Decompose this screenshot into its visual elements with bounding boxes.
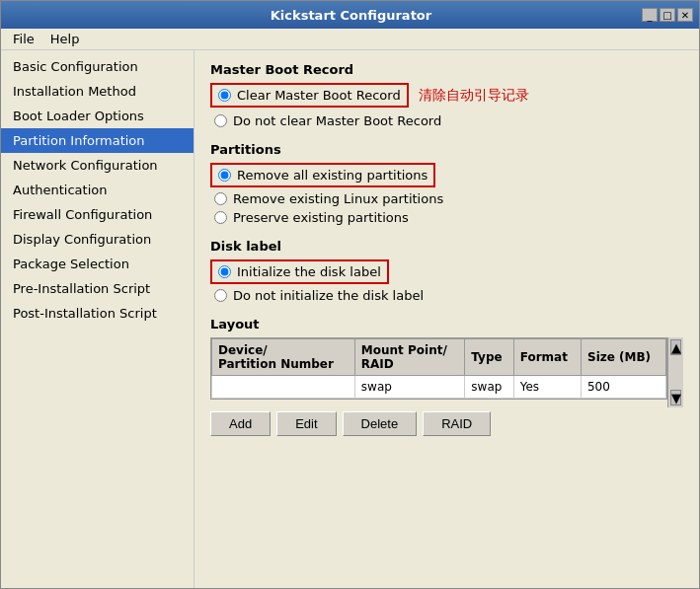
mbr-section: Clear Master Boot Record 清除自动引导记录 Do not… bbox=[210, 83, 683, 128]
cell-mount: swap bbox=[354, 376, 465, 399]
disklabel-no-initialize-radio[interactable] bbox=[214, 289, 227, 302]
disklabel-initialize-label: Initialize the disk label bbox=[237, 264, 381, 279]
scrollbar-down[interactable]: ▼ bbox=[670, 390, 681, 405]
partitions-option-2-row: Remove existing Linux partitions bbox=[214, 191, 683, 206]
cell-size: 500 bbox=[581, 376, 665, 399]
layout-table-wrapper: Device/Partition Number Mount Point/RAID… bbox=[210, 337, 683, 407]
sidebar-item-firewall-configuration[interactable]: Firewall Configuration bbox=[1, 202, 194, 227]
cell-type: swap bbox=[465, 376, 513, 399]
partitions-preserve-label: Preserve existing partitions bbox=[233, 210, 409, 225]
layout-section: Layout Device/Partition Number Mount Poi… bbox=[210, 317, 683, 436]
layout-section-title: Layout bbox=[210, 317, 683, 331]
maximize-button[interactable]: □ bbox=[660, 8, 675, 22]
sidebar-item-partition-information[interactable]: Partition Information bbox=[1, 128, 194, 153]
sidebar-item-display-configuration[interactable]: Display Configuration bbox=[1, 227, 194, 252]
partitions-option-1-row: Remove all existing partitions bbox=[210, 163, 683, 187]
col-size: Size (MB) bbox=[581, 339, 665, 376]
mbr-no-clear-label: Do not clear Master Boot Record bbox=[233, 113, 441, 128]
col-mount: Mount Point/RAID bbox=[354, 339, 465, 376]
edit-button[interactable]: Edit bbox=[276, 411, 336, 436]
disklabel-option-1-row: Initialize the disk label bbox=[210, 259, 683, 284]
delete-button[interactable]: Delete bbox=[343, 411, 418, 436]
mbr-clear-highlighted: Clear Master Boot Record bbox=[210, 83, 409, 108]
layout-table-container: Device/Partition Number Mount Point/RAID… bbox=[210, 337, 667, 400]
layout-table: Device/Partition Number Mount Point/RAID… bbox=[211, 338, 666, 399]
title-bar: Kickstart Configurator _ □ ✕ bbox=[1, 1, 699, 29]
partitions-preserve-radio[interactable] bbox=[214, 211, 227, 224]
sidebar-item-authentication[interactable]: Authentication bbox=[1, 178, 194, 202]
sidebar: Basic Configuration Installation Method … bbox=[1, 50, 194, 588]
mbr-section-title: Master Boot Record bbox=[210, 62, 683, 77]
table-row: swap swap Yes 500 bbox=[212, 376, 666, 399]
sidebar-item-pre-installation-script[interactable]: Pre-Installation Script bbox=[1, 276, 194, 301]
scrollbar-up[interactable]: ▲ bbox=[670, 339, 681, 355]
disklabel-section-title: Disk label bbox=[210, 239, 683, 254]
partitions-section: Remove all existing partitions Remove ex… bbox=[210, 163, 683, 225]
scrollbar[interactable]: ▲ ▼ bbox=[667, 337, 683, 407]
disklabel-no-initialize-label: Do not initialize the disk label bbox=[233, 288, 424, 303]
partitions-remove-all-label: Remove all existing partitions bbox=[237, 168, 428, 183]
layout-buttons: Add Edit Delete RAID bbox=[210, 411, 683, 436]
cell-device bbox=[212, 376, 355, 399]
disklabel-initialize-highlighted: Initialize the disk label bbox=[210, 259, 389, 284]
col-format: Format bbox=[513, 339, 581, 376]
scrollbar-track bbox=[668, 357, 683, 388]
disklabel-option-2-row: Do not initialize the disk label bbox=[214, 288, 683, 303]
file-menu[interactable]: File bbox=[5, 30, 42, 48]
col-type: Type bbox=[465, 339, 513, 376]
raid-button[interactable]: RAID bbox=[423, 411, 491, 436]
col-device: Device/Partition Number bbox=[212, 339, 355, 376]
sidebar-item-basic-configuration[interactable]: Basic Configuration bbox=[1, 54, 194, 79]
sidebar-item-network-configuration[interactable]: Network Configuration bbox=[1, 153, 194, 178]
mbr-clear-radio[interactable] bbox=[218, 89, 231, 102]
help-menu[interactable]: Help bbox=[42, 30, 88, 48]
main-panel: Master Boot Record Clear Master Boot Rec… bbox=[194, 50, 699, 588]
partitions-remove-all-highlighted: Remove all existing partitions bbox=[210, 163, 435, 187]
content-area: Basic Configuration Installation Method … bbox=[1, 50, 699, 588]
menu-bar: File Help bbox=[1, 29, 699, 50]
window-title: Kickstart Configurator bbox=[60, 8, 642, 23]
partitions-remove-all-radio[interactable] bbox=[218, 169, 231, 182]
sidebar-item-post-installation-script[interactable]: Post-Installation Script bbox=[1, 301, 194, 326]
partitions-option-3-row: Preserve existing partitions bbox=[214, 210, 683, 225]
minimize-button[interactable]: _ bbox=[642, 8, 658, 22]
sidebar-item-installation-method[interactable]: Installation Method bbox=[1, 79, 194, 104]
mbr-option-1-row: Clear Master Boot Record 清除自动引导记录 bbox=[210, 83, 683, 108]
sidebar-item-boot-loader-options[interactable]: Boot Loader Options bbox=[1, 104, 194, 128]
mbr-clear-label: Clear Master Boot Record bbox=[237, 88, 401, 103]
add-button[interactable]: Add bbox=[210, 411, 271, 436]
partitions-remove-linux-radio[interactable] bbox=[214, 192, 227, 205]
disklabel-initialize-radio[interactable] bbox=[218, 265, 231, 278]
disklabel-section: Initialize the disk label Do not initial… bbox=[210, 259, 683, 303]
partitions-remove-linux-label: Remove existing Linux partitions bbox=[233, 191, 443, 206]
cell-format: Yes bbox=[513, 376, 581, 399]
main-window: Kickstart Configurator _ □ ✕ File Help B… bbox=[0, 0, 700, 589]
mbr-option-2-row: Do not clear Master Boot Record bbox=[214, 113, 683, 128]
mbr-annotation: 清除自动引导记录 bbox=[419, 87, 529, 105]
sidebar-item-package-selection[interactable]: Package Selection bbox=[1, 252, 194, 276]
partitions-section-title: Partitions bbox=[210, 142, 683, 157]
mbr-no-clear-radio[interactable] bbox=[214, 114, 227, 127]
window-controls: _ □ ✕ bbox=[642, 8, 693, 22]
close-button[interactable]: ✕ bbox=[677, 8, 693, 22]
